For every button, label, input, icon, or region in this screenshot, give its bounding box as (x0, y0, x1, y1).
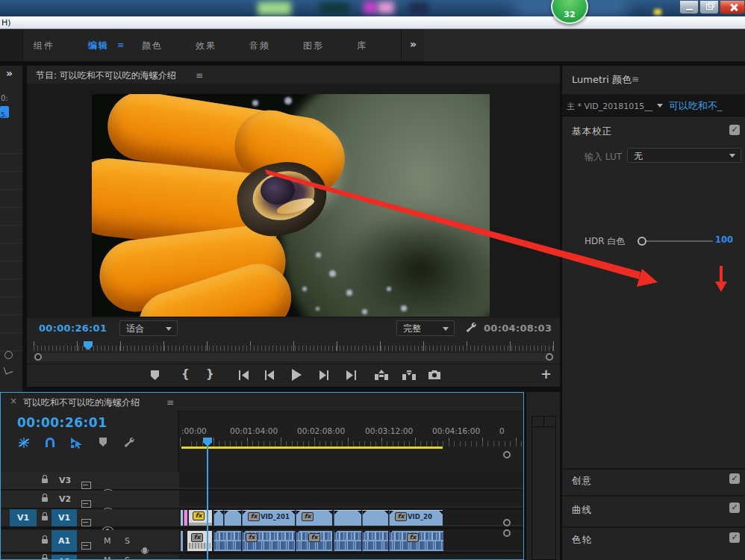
audio-clip[interactable] (213, 531, 241, 551)
tab-color[interactable]: 颜色 (142, 40, 163, 52)
lumetri-clip-name[interactable]: 可以吃和不_ (669, 99, 723, 113)
creative-checkbox[interactable]: ✓ (729, 473, 740, 484)
track-name-v3[interactable]: V3 (59, 476, 71, 485)
source-patch-v1[interactable]: V1 (10, 509, 37, 526)
sync-lock-icon[interactable] (81, 482, 91, 489)
track-target-v1[interactable]: V1 (52, 509, 77, 526)
scrollbar-handle-left[interactable] (34, 353, 42, 361)
video-clip[interactable] (224, 510, 241, 526)
video-clip[interactable]: fx VID_201 (242, 510, 295, 526)
lumetri-menu-icon[interactable]: ≡ (632, 74, 639, 84)
curves-checkbox[interactable]: ✓ (729, 503, 740, 513)
audio-clip-sliver[interactable] (181, 531, 183, 551)
lock-icon[interactable] (42, 479, 48, 483)
video-clip[interactable] (213, 510, 223, 526)
rail-expand-icon[interactable]: » (6, 67, 13, 79)
tab-editing-menu-icon[interactable]: ≡ (117, 40, 124, 50)
rail-selected-item[interactable]: 5. (0, 106, 9, 118)
audio-clip[interactable] (362, 531, 388, 551)
clip-sliver[interactable] (181, 510, 183, 526)
transport-marker-icon[interactable] (151, 370, 159, 380)
linked-selection-icon[interactable] (70, 437, 83, 449)
lock-icon[interactable] (42, 497, 48, 502)
chevron-down-icon[interactable] (657, 104, 663, 108)
work-area-bar[interactable] (181, 447, 443, 449)
tab-assembly[interactable]: 组件 (34, 40, 54, 52)
audio-clip[interactable]: fx (296, 531, 332, 551)
tab-overflow-icon[interactable]: » (410, 38, 417, 50)
monitor-zoom-select[interactable]: 适合 (119, 320, 178, 336)
sync-lock-icon[interactable] (81, 519, 91, 526)
step-forward-icon[interactable] (319, 370, 329, 380)
program-video-frame[interactable] (92, 94, 490, 317)
rail-bottom-icon-pencil[interactable] (4, 365, 13, 375)
input-lut-select[interactable]: 无 (627, 148, 741, 163)
track-content-v2[interactable] (179, 491, 523, 506)
monitor-quality-select[interactable]: 完整 (396, 320, 455, 336)
monitor-scrollbar[interactable] (34, 353, 554, 361)
timeline-current-timecode[interactable]: 00:00:26:01 (17, 415, 107, 430)
timeline-menu-icon[interactable]: ≡ (166, 397, 174, 408)
video-clip[interactable]: fx (296, 510, 332, 526)
go-to-in-icon[interactable] (237, 370, 249, 380)
scrollbar-dot[interactable] (503, 451, 511, 458)
program-monitor-menu-icon[interactable]: ≡ (196, 70, 203, 81)
clip-selected[interactable]: fx (189, 510, 212, 526)
export-frame-icon[interactable] (428, 370, 440, 379)
sync-lock-icon[interactable] (81, 542, 91, 550)
video-clip[interactable]: fx VID_20 (389, 510, 443, 526)
section-creative[interactable]: 创意 (572, 475, 592, 488)
monitor-current-timecode[interactable]: 00:00:26:01 (39, 323, 107, 334)
section-basic-correction[interactable]: 基本校正 (572, 125, 612, 138)
mute-button[interactable]: M (104, 536, 111, 546)
video-clip[interactable] (362, 510, 388, 526)
solo-button[interactable]: S (125, 556, 130, 560)
clip-pink[interactable] (184, 510, 187, 526)
go-to-out-icon[interactable] (346, 370, 358, 380)
track-target-a2[interactable]: A2 (52, 555, 77, 560)
close-button[interactable] (720, 1, 745, 14)
timeline-playhead-line[interactable] (207, 442, 208, 560)
close-icon[interactable]: × (10, 396, 17, 406)
scrollbar-dot[interactable] (503, 529, 511, 537)
track-name-v2[interactable]: V2 (59, 494, 71, 504)
track-target-a1[interactable]: A1 (52, 530, 77, 552)
hdr-white-slider-knob[interactable] (638, 237, 646, 246)
monitor-settings-wrench-icon[interactable] (464, 321, 477, 334)
scrollbar-cap[interactable] (532, 417, 555, 427)
lift-icon[interactable] (375, 370, 388, 380)
tab-editing[interactable]: 编辑 (88, 40, 109, 52)
scrollbar-handle-right[interactable] (546, 353, 553, 361)
scrollbar-dot[interactable] (503, 519, 511, 526)
add-button-icon[interactable]: + (540, 366, 552, 382)
app-titlebar[interactable]: H) (0, 16, 745, 29)
section-wheels[interactable]: 色轮 (572, 534, 592, 547)
lock-icon[interactable] (42, 516, 48, 520)
tab-graphics[interactable]: 图形 (303, 40, 324, 52)
mic-icon[interactable] (143, 547, 147, 553)
hdr-white-value[interactable]: 100 (694, 234, 733, 245)
mark-in-icon[interactable]: { (181, 367, 190, 381)
solo-button[interactable]: S (125, 536, 130, 546)
track-content-v3[interactable] (179, 472, 523, 488)
track-content-a2[interactable] (179, 555, 523, 560)
maximize-button[interactable] (699, 1, 719, 14)
extract-icon[interactable] (402, 370, 416, 380)
vertical-scrollbar[interactable] (532, 416, 556, 560)
timeline-tab[interactable]: × 可以吃和不可以吃的海螺介绍 ≡ (1, 393, 524, 411)
rail-bottom-icon-circle[interactable] (4, 351, 13, 359)
sync-lock-icon[interactable] (81, 500, 91, 508)
mark-out-icon[interactable]: } (206, 367, 214, 381)
snap-magnet-icon[interactable] (46, 438, 54, 447)
audio-clip[interactable]: fx (242, 531, 295, 551)
timeline-ruler-ticks[interactable] (180, 438, 523, 447)
audio-clip-selected[interactable]: fx (187, 531, 212, 551)
tab-effects[interactable]: 效果 (196, 40, 216, 52)
tab-audio[interactable]: 音频 (249, 40, 270, 52)
step-back-icon[interactable] (264, 370, 275, 380)
monitor-ruler[interactable] (34, 341, 554, 351)
video-clip[interactable] (334, 510, 361, 526)
audio-clip[interactable]: fx (389, 531, 443, 551)
section-curves[interactable]: 曲线 (572, 504, 592, 517)
play-icon[interactable] (291, 369, 302, 381)
